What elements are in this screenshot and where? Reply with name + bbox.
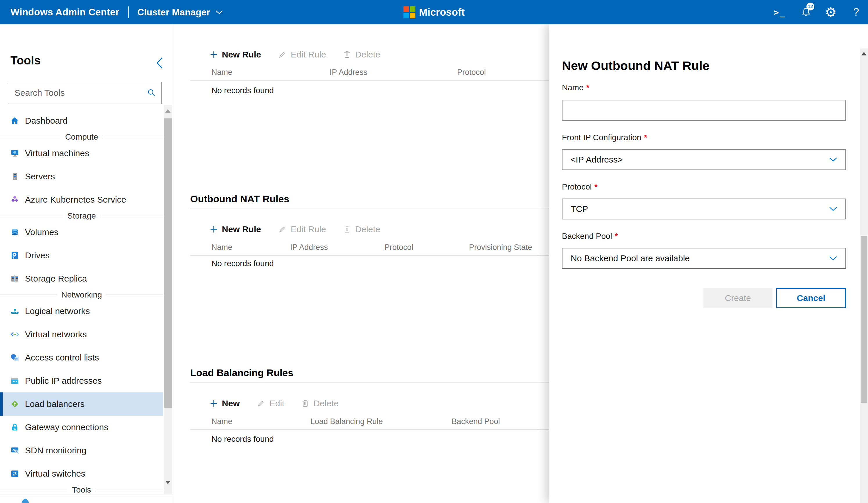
sidebar-item-virtual-machines[interactable]: Virtual machines [0, 142, 163, 165]
sidebar-item-load-balancers[interactable]: Load balancers [0, 392, 163, 416]
server-icon [10, 172, 19, 181]
sidebar-item-storage-replica[interactable]: Storage Replica [0, 267, 163, 290]
cancel-button[interactable]: Cancel [776, 288, 846, 308]
app-title[interactable]: Windows Admin Center [10, 7, 120, 18]
panel-title: New Outbound NAT Rule [562, 59, 846, 73]
sidebar-item-label: SDN monitoring [25, 446, 86, 455]
front-ip-configuration-dropdown[interactable]: <IP Address> [562, 149, 846, 170]
new-button[interactable]: New [210, 399, 240, 408]
required-asterisk: * [615, 232, 618, 241]
inbound-rules-toolbar: New Rule Edit Rule Delete [210, 46, 380, 63]
section-divider-compute: Compute [0, 132, 163, 142]
column-header: Backend Pool [452, 417, 500, 426]
solution-menu-label: Cluster Manager [137, 7, 210, 18]
volumes-icon [10, 228, 19, 237]
solution-menu[interactable]: Cluster Manager [137, 7, 223, 18]
delete-rule-button[interactable]: Delete [343, 50, 380, 60]
microsoft-squares-icon [403, 7, 415, 18]
search-input[interactable] [8, 88, 147, 98]
table-header-separator [190, 81, 549, 81]
front-ip-configuration-label: Front IP Configuration* [562, 133, 846, 142]
sidebar-item-azure-kubernetes-service[interactable]: Azure Kubernetes Service [0, 188, 163, 211]
sidebar-item-label: Virtual machines [25, 148, 89, 158]
title-divider [128, 7, 128, 18]
sidebar-item-virtual-networks[interactable]: Virtual networks [0, 323, 163, 346]
sidebar-item-virtual-switches[interactable]: Virtual switches [0, 462, 163, 485]
top-bar: Windows Admin Center Cluster Manager Mic… [0, 0, 868, 24]
edit-button[interactable]: Edit [257, 399, 285, 408]
partial-tool-icon [20, 497, 30, 503]
plus-icon [210, 399, 218, 408]
chevron-down-icon [216, 10, 223, 14]
settings-gear-icon[interactable]: ⚙ [823, 0, 838, 24]
new-rule-button[interactable]: New Rule [210, 224, 261, 234]
sdn-monitoring-icon [10, 446, 19, 455]
backend-pool-dropdown[interactable]: No Backend Pool are available [562, 248, 846, 269]
sidebar-item-public-ip-addresses[interactable]: Public IP addresses [0, 369, 163, 392]
table-header-separator [190, 255, 549, 256]
section-separator [190, 208, 549, 208]
sidebar-item-label: Access control lists [25, 353, 99, 363]
column-header: IP Address [330, 68, 368, 77]
section-label: Tools [72, 485, 91, 495]
sidebar-item-gateway-connections[interactable]: Gateway connections [0, 416, 163, 439]
edit-rule-button[interactable]: Edit Rule [278, 224, 326, 234]
sidebar-item-label: Logical networks [25, 306, 90, 316]
trash-icon [343, 225, 351, 234]
sidebar-item-access-control-lists[interactable]: Access control lists [0, 346, 163, 369]
scrollbar-thumb[interactable] [861, 236, 867, 403]
sidebar-item-servers[interactable]: Servers [0, 165, 163, 188]
column-header: Name [211, 417, 232, 426]
section-label: Storage [68, 211, 96, 221]
scrollbar-up-arrow[interactable] [861, 52, 867, 55]
sidebar-item-drives[interactable]: Drives [0, 244, 163, 267]
section-title-outbound-nat-rules: Outbound NAT Rules [190, 193, 289, 205]
sidebar-bottom-divider [0, 495, 173, 495]
section-label: Networking [61, 290, 102, 300]
table-header-row: Name Load Balancing Rule Backend Pool [174, 417, 549, 425]
help-icon[interactable]: ? [849, 0, 864, 24]
new-rule-button[interactable]: New Rule [210, 50, 261, 60]
search-icon [147, 88, 156, 97]
chevron-down-icon [829, 207, 837, 211]
delete-button[interactable]: Delete [301, 399, 339, 408]
column-header: Name [211, 68, 232, 77]
protocol-label: Protocol* [562, 182, 846, 191]
sidebar-nav: Dashboard Compute Virtual machines Serve… [0, 109, 163, 495]
scrollbar-down-arrow[interactable] [165, 481, 170, 484]
required-asterisk: * [586, 83, 589, 92]
logical-networks-icon [10, 307, 19, 315]
sidebar-item-label: Azure Kubernetes Service [25, 195, 126, 205]
trash-icon [301, 399, 309, 408]
outbound-nat-toolbar: New Rule Edit Rule Delete [210, 221, 380, 238]
tools-sidebar: Tools Dashboard Compute Virtual machi [0, 24, 173, 503]
powershell-terminal-icon[interactable]: >_ [772, 0, 787, 24]
column-header: Protocol [384, 243, 413, 252]
pencil-icon [278, 50, 287, 59]
section-divider-storage: Storage [0, 211, 163, 221]
sidebar-item-logical-networks[interactable]: Logical networks [0, 300, 163, 323]
sidebar-collapse-button[interactable] [155, 57, 164, 69]
gateway-lock-icon [10, 423, 19, 432]
protocol-dropdown[interactable]: TCP [562, 199, 846, 219]
scrollbar-up-arrow[interactable] [165, 109, 170, 113]
chevron-left-icon [155, 57, 164, 69]
sidebar-item-dashboard[interactable]: Dashboard [0, 109, 163, 132]
storage-replica-icon [10, 274, 19, 283]
load-balancer-detail-content: New Rule Edit Rule Delete Name IP Addres… [174, 24, 549, 503]
sidebar-item-sdn-monitoring[interactable]: SDN monitoring [0, 439, 163, 462]
notification-count-badge: 12 [806, 3, 814, 10]
scrollbar-thumb[interactable] [164, 118, 172, 408]
create-button[interactable]: Create [703, 288, 773, 308]
new-outbound-nat-rule-panel: New Outbound NAT Rule Name* Front IP Con… [549, 24, 868, 503]
aks-icon [10, 195, 19, 204]
section-label: Compute [65, 132, 98, 142]
table-header-row: Name IP Address Protocol [174, 68, 549, 76]
name-field[interactable] [562, 100, 846, 121]
table-header-separator [190, 429, 549, 430]
column-header: Protocol [457, 68, 486, 77]
edit-rule-button[interactable]: Edit Rule [278, 50, 326, 60]
delete-rule-button[interactable]: Delete [343, 224, 380, 234]
notifications-bell-icon[interactable]: 12 [799, 0, 814, 24]
sidebar-item-volumes[interactable]: Volumes [0, 221, 163, 244]
